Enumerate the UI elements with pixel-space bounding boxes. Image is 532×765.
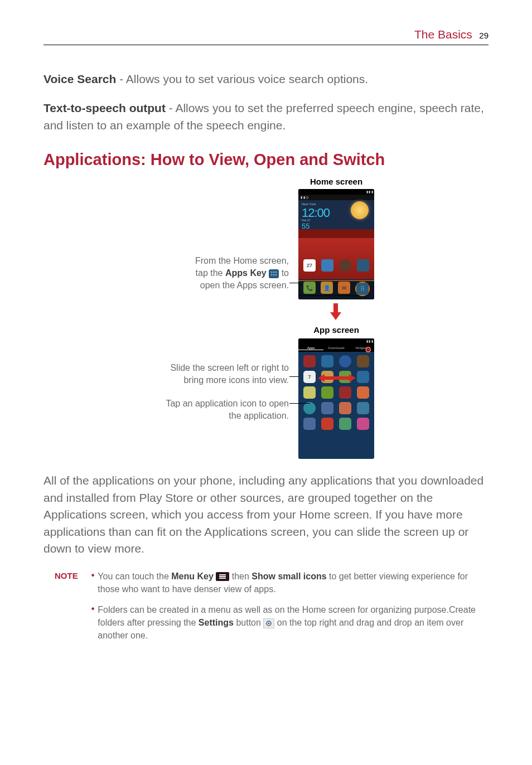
page-number: 29 (479, 31, 489, 40)
note-block: NOTE • You can touch the Menu Key then S… (55, 570, 489, 650)
note-text: You can touch the (98, 572, 171, 581)
svg-point-1 (273, 271, 275, 273)
callout-connector (299, 296, 360, 296)
svg-point-15 (268, 622, 270, 624)
note-item-2: • Folders can be created in a menu as we… (91, 603, 489, 642)
callout-line: the application. (149, 410, 289, 422)
apps-key-icon: ⠿ (355, 282, 370, 296)
svg-marker-8 (318, 374, 325, 382)
svg-rect-9 (324, 376, 350, 380)
apps-key-inline-icon (269, 269, 279, 278)
svg-point-0 (271, 271, 273, 273)
section-title: The Basics (414, 28, 472, 41)
svg-rect-13 (219, 578, 226, 579)
apps-key-text: Apps Key (225, 268, 267, 278)
callout-connector (299, 283, 299, 296)
callout-apps-key: From the Home screen, tap the Apps Key t… (149, 255, 289, 291)
svg-marker-10 (349, 374, 356, 382)
callout-line: Tap an application icon to open (149, 398, 289, 410)
tts-label: Text-to-speech output (43, 101, 166, 114)
voice-search-label: Voice Search (43, 72, 116, 85)
down-arrow-icon (328, 302, 344, 321)
note-label: NOTE (55, 570, 78, 650)
callout-line: open the Apps screen. (149, 279, 289, 292)
note-item-1: • You can touch the Menu Key then Show s… (91, 570, 489, 595)
show-small-icons-text: Show small icons (252, 572, 326, 581)
callout-line: bring more icons into view. (149, 374, 289, 386)
status-bar: ▮ ▮ ▮ (298, 189, 374, 195)
note-text: then (229, 572, 252, 581)
double-arrow-icon (318, 373, 356, 385)
svg-point-2 (275, 271, 277, 273)
tts-paragraph: Text-to-speech output - Allows you to se… (43, 100, 489, 134)
menu-key-text: Menu Key (171, 572, 214, 581)
svg-point-3 (271, 274, 273, 275)
svg-point-5 (275, 274, 277, 275)
callout-connector (289, 403, 310, 404)
svg-rect-6 (333, 303, 338, 312)
callout-connector (289, 283, 299, 283)
bullet-icon: • (91, 570, 95, 595)
home-screen-label: Home screen (294, 177, 378, 186)
app-icon (339, 259, 351, 272)
app-tabs: AppsDownloadsWidgets (298, 344, 374, 352)
app-icon (321, 259, 333, 272)
app-icon (357, 259, 369, 272)
page-header: The Basics 29 (43, 28, 489, 45)
callout-line: Slide the screen left or right to (149, 362, 289, 374)
calendar-icon: 27 (303, 259, 316, 272)
callout-slide: Slide the screen left or right to bring … (149, 362, 289, 386)
note-text: button (234, 618, 263, 627)
svg-point-4 (273, 274, 275, 275)
phone-icon: 📞 (303, 282, 316, 294)
settings-text: Settings (199, 618, 234, 627)
applications-heading: Applications: How to View, Open and Swit… (43, 151, 489, 169)
voice-search-paragraph: Voice Search - Allows you to set various… (43, 71, 489, 88)
messaging-icon: ✉ (338, 282, 350, 294)
settings-button-icon (263, 618, 274, 628)
callout-connector (289, 376, 299, 377)
app-screen-label: App screen (294, 325, 378, 335)
svg-rect-11 (219, 574, 226, 575)
voice-search-desc: - Allows you to set various voice search… (116, 72, 368, 85)
clock-widget: New York 12:00 Feb 27 55 (298, 200, 374, 233)
contacts-icon: 👤 (321, 282, 333, 294)
svg-marker-7 (330, 312, 341, 320)
svg-rect-12 (219, 576, 226, 577)
settings-gear-icon: ⚙ (365, 345, 372, 354)
bullet-icon: • (91, 603, 95, 642)
figure-zone: Home screen ▮ ▮ ▮ ▮ ▮ Q New York 12:00 F… (43, 177, 489, 489)
callout-text: to (282, 268, 289, 278)
menu-key-icon (216, 572, 229, 581)
home-screenshot: ▮ ▮ ▮ ▮ ▮ Q New York 12:00 Feb 27 55 27 … (298, 189, 374, 299)
callout-text: tap the (196, 268, 225, 278)
app-screenshot: ▮ ▮ ▮ AppsDownloadsWidgets ⚙ 7 (298, 338, 374, 459)
callout-line: From the Home screen, (149, 255, 289, 267)
callout-tap-app: Tap an application icon to open the appl… (149, 398, 289, 422)
status-bar: ▮ ▮ ▮ (298, 338, 374, 344)
